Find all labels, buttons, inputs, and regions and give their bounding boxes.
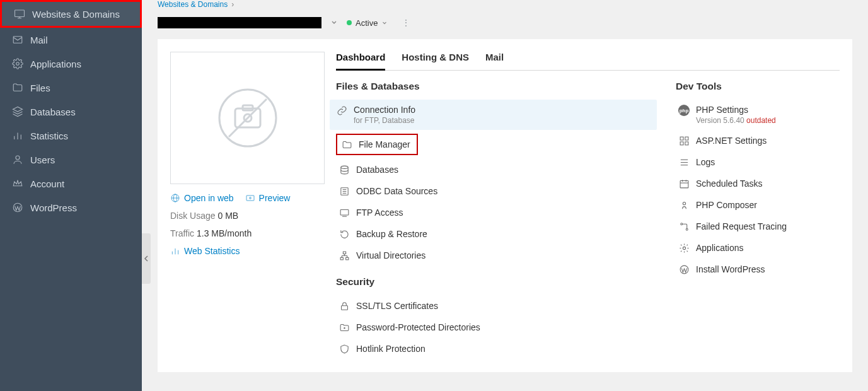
sidebar-item-websites-domains[interactable]: Websites & Domains <box>0 0 142 28</box>
failed-request-tracing-item[interactable]: Failed Request Tracing <box>676 216 840 237</box>
tab-hosting-dns[interactable]: Hosting & DNS <box>402 52 469 70</box>
aspnet-item[interactable]: ASP.NET Settings <box>676 130 840 151</box>
status-label: Active <box>356 18 378 28</box>
layers-icon <box>11 105 24 118</box>
kebab-menu[interactable]: ⋮ <box>396 15 415 30</box>
php-icon: php <box>678 105 690 116</box>
bars-icon <box>11 129 24 142</box>
sidebar-label: WordPress <box>30 202 77 213</box>
wordpress-icon <box>11 201 24 214</box>
sidebar-label: Statistics <box>30 131 68 141</box>
section-security: Security <box>336 276 651 288</box>
link-icon <box>336 105 347 116</box>
ftp-access-item[interactable]: FTP Access <box>336 202 651 223</box>
svg-rect-41 <box>685 137 688 140</box>
no-image-icon <box>216 86 279 149</box>
password-dirs-item[interactable]: Password-Protected Directories <box>336 317 651 338</box>
site-thumbnail <box>170 52 325 184</box>
sidebar-item-users[interactable]: Users <box>0 148 142 172</box>
sidebar-label: Files <box>30 83 50 93</box>
folder-icon <box>11 81 24 94</box>
sidebar-item-statistics[interactable]: Statistics <box>0 124 142 148</box>
svg-point-53 <box>686 228 688 230</box>
aspnet-label: ASP.NET Settings <box>696 136 767 146</box>
monitor-icon <box>13 8 26 20</box>
status-dropdown[interactable]: Active <box>347 18 388 28</box>
install-wp-label: Install WordPress <box>696 264 765 274</box>
svg-rect-40 <box>680 137 683 140</box>
svg-rect-3 <box>13 37 22 44</box>
composer-label: PHP Composer <box>696 200 757 210</box>
calendar-icon <box>678 178 690 189</box>
hotlink-label: Hotlink Protection <box>356 344 425 354</box>
svg-rect-47 <box>680 180 688 187</box>
preview-link[interactable]: Preview <box>245 193 291 203</box>
failed-req-label: Failed Request Tracing <box>696 221 787 231</box>
wordpress-icon <box>678 264 690 275</box>
status-dot-icon <box>347 20 352 25</box>
sidebar-item-applications[interactable]: Applications <box>0 52 142 76</box>
sidebar-label: Databases <box>30 107 76 117</box>
odbc-item[interactable]: ODBC Data Sources <box>336 180 651 202</box>
trace-icon <box>678 221 690 232</box>
eye-icon <box>245 193 255 203</box>
page-title-redacted <box>158 17 321 28</box>
main-card: Open in web Preview Disk Usage 0 MB Traf… <box>158 39 852 372</box>
odbc-label: ODBC Data Sources <box>356 186 437 196</box>
breadcrumb-root[interactable]: Websites & Domains <box>158 0 228 9</box>
svg-point-20 <box>249 197 251 199</box>
svg-rect-0 <box>15 10 25 17</box>
virtual-dirs-label: Virtual Directories <box>356 250 425 260</box>
grid-icon <box>678 135 690 146</box>
sidebar-item-account[interactable]: Account <box>0 172 142 196</box>
open-in-web-link[interactable]: Open in web <box>170 193 234 203</box>
shield-icon <box>339 343 350 354</box>
web-statistics-link[interactable]: Web Statistics <box>170 246 325 256</box>
open-in-web-label: Open in web <box>184 193 234 203</box>
svg-point-9 <box>16 156 20 160</box>
backup-label: Backup & Restore <box>356 229 427 239</box>
svg-point-4 <box>16 62 20 66</box>
tab-dashboard[interactable]: Dashboard <box>336 52 385 70</box>
user-icon <box>11 153 24 166</box>
ftp-label: FTP Access <box>356 207 403 218</box>
traffic-label: Traffic <box>170 228 194 238</box>
svg-rect-33 <box>345 257 348 260</box>
chevron-right-icon: › <box>231 0 234 9</box>
applications-item[interactable]: Applications <box>676 237 840 259</box>
applications-label: Applications <box>696 243 744 253</box>
virtual-directories-item[interactable]: Virtual Directories <box>336 245 651 266</box>
disk-usage-label: Disk Usage <box>170 211 216 221</box>
title-dropdown[interactable] <box>330 18 338 28</box>
disk-usage-value: 0 MB <box>217 211 238 221</box>
breadcrumb: Websites & Domains › <box>158 0 852 15</box>
sidebar-item-databases[interactable]: Databases <box>0 100 142 124</box>
sidebar-label: Websites & Domains <box>32 9 120 20</box>
lock-icon <box>339 300 350 312</box>
mail-icon <box>11 33 24 46</box>
sidebar-item-mail[interactable]: Mail <box>0 28 142 52</box>
ssl-tls-item[interactable]: SSL/TLS Certificates <box>336 295 651 317</box>
bars-icon <box>170 246 180 256</box>
svg-point-52 <box>680 223 682 225</box>
traffic-value: 1.3 MB/month <box>197 228 252 238</box>
backup-restore-item[interactable]: Backup & Restore <box>336 223 651 245</box>
sidebar-item-wordpress[interactable]: WordPress <box>0 196 142 219</box>
hotlink-item[interactable]: Hotlink Protection <box>336 338 651 359</box>
tab-mail[interactable]: Mail <box>485 52 504 70</box>
php-settings-item[interactable]: php PHP Settings Version 5.6.40 outdated <box>676 100 840 130</box>
logs-item[interactable]: Logs <box>676 151 840 173</box>
content-area: Websites & Domains › Active ⋮ <box>142 0 868 391</box>
globe-icon <box>170 193 180 203</box>
connection-info-item[interactable]: Connection Info for FTP, Database <box>330 100 657 130</box>
file-manager-item[interactable]: File Manager <box>336 134 418 155</box>
scheduled-tasks-item[interactable]: Scheduled Tasks <box>676 173 840 194</box>
databases-item[interactable]: Databases <box>336 159 651 180</box>
svg-rect-43 <box>685 141 688 144</box>
php-composer-item[interactable]: PHP Composer <box>676 194 840 216</box>
sidebar-item-files[interactable]: Files <box>0 76 142 100</box>
sidebar-label: Users <box>30 155 55 165</box>
scheduled-label: Scheduled Tasks <box>696 178 763 189</box>
sidebar-collapse-handle[interactable] <box>142 233 151 284</box>
install-wordpress-item[interactable]: Install WordPress <box>676 259 840 280</box>
